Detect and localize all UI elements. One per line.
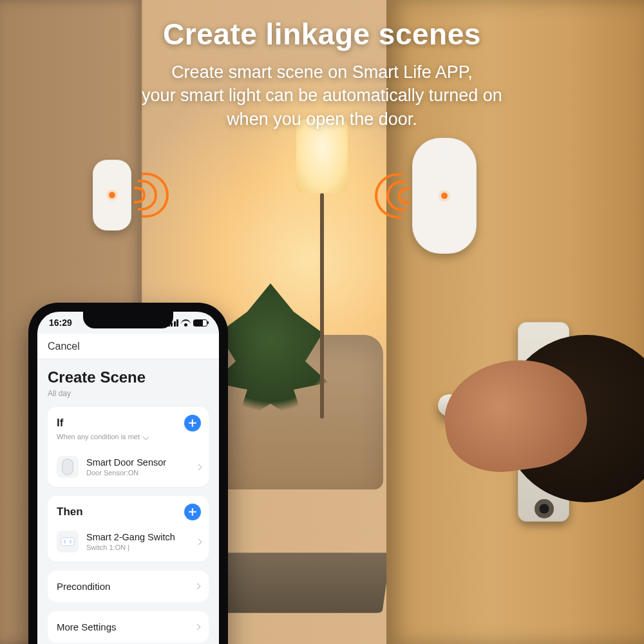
- then-action-card: Then Smart 2-Gang Switch Switch 1:ON |: [48, 496, 209, 562]
- status-time: 16:29: [49, 317, 72, 328]
- add-condition-button[interactable]: [184, 415, 201, 431]
- chevron-right-icon: [196, 464, 202, 470]
- headline-subtitle: Create smart scene on Smart Life APP, yo…: [0, 61, 644, 131]
- more-settings-row[interactable]: More Settings: [48, 611, 209, 643]
- page-subtitle: All day: [48, 389, 209, 398]
- more-settings-label: More Settings: [57, 621, 117, 632]
- marketing-headline: Create linkage scenes Create smart scene…: [0, 17, 644, 131]
- door-sensor-icon: [57, 456, 79, 478]
- sensor-indicator-dot: [441, 193, 448, 199]
- keyhole: [535, 499, 554, 518]
- precondition-row[interactable]: Precondition: [48, 571, 209, 602]
- if-hint-row[interactable]: When any condition is met: [48, 433, 209, 447]
- door-sensor-magnet: [93, 160, 131, 231]
- cancel-button[interactable]: Cancel: [48, 341, 80, 352]
- signal-waves-icon: [367, 167, 412, 225]
- floor-lamp: [283, 119, 361, 428]
- sensor-led: [442, 147, 446, 151]
- phone-screen: 16:29 Cancel Create Scene All day If Whe…: [37, 312, 219, 644]
- add-action-button[interactable]: [184, 504, 201, 520]
- then-title: Then: [57, 506, 83, 518]
- door-sensor-main: [412, 138, 477, 254]
- chevron-right-icon: [196, 538, 202, 545]
- headline-title: Create linkage scenes: [0, 17, 644, 52]
- condition-device-row[interactable]: Smart Door Sensor Door Sensor:ON: [48, 447, 209, 487]
- sensor-indicator-dot: [109, 192, 115, 198]
- action-device-state: Switch 1:ON |: [86, 544, 189, 551]
- condition-device-state: Door Sensor:ON: [86, 469, 189, 477]
- page-title: Create Scene: [48, 368, 209, 386]
- wifi-icon: [181, 319, 191, 327]
- phone-mockup: 16:29 Cancel Create Scene All day If Whe…: [28, 303, 228, 644]
- action-device-row[interactable]: Smart 2-Gang Switch Switch 1:ON |: [48, 522, 209, 562]
- if-condition-card: If When any condition is met Smart Door …: [48, 407, 209, 487]
- nav-bar: Cancel: [37, 334, 219, 359]
- action-device-name: Smart 2-Gang Switch: [86, 532, 189, 542]
- chevron-down-icon: [143, 433, 149, 440]
- if-hint-text: When any condition is met: [57, 433, 140, 440]
- if-title: If: [57, 417, 63, 430]
- condition-device-name: Smart Door Sensor: [86, 457, 189, 468]
- battery-icon: [193, 319, 207, 327]
- chevron-right-icon: [194, 624, 201, 630]
- phone-notch: [83, 312, 173, 328]
- signal-waves-icon: [131, 166, 176, 224]
- switch-icon: [57, 531, 79, 553]
- chevron-right-icon: [194, 583, 201, 590]
- precondition-label: Precondition: [57, 581, 110, 592]
